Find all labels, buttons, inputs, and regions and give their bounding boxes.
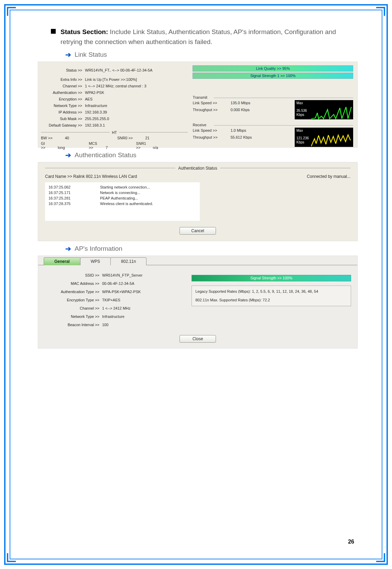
ls-extra-k: Extra Info >> bbox=[41, 77, 82, 83]
log-ts: 16:37:25.171 bbox=[48, 190, 100, 195]
bullet-title: Status Section: bbox=[61, 28, 108, 35]
ls-snr0-v: 21 bbox=[145, 136, 149, 140]
rx-max-label: Max bbox=[296, 129, 351, 133]
auth-card-k: Card Name >> bbox=[45, 174, 72, 179]
ap-ssid-v: WR514VN_FTP_Server bbox=[102, 272, 142, 278]
log-msg: Wireless client is authenticated. bbox=[100, 201, 153, 206]
page-number: 26 bbox=[348, 539, 354, 545]
tx-max-label: Max bbox=[296, 101, 351, 105]
sub-ap-label: AP's Information bbox=[75, 245, 122, 253]
sub-link-status-label: Link Status bbox=[75, 51, 107, 58]
ap-rates-box: Legacy Supported Rates (Mbps): 1, 2, 5.5… bbox=[192, 286, 351, 306]
status-section-bullet: Status Section: Include Link Status, Aut… bbox=[51, 27, 358, 47]
auth-conn: Connected by manual... bbox=[307, 174, 350, 179]
ls-snr1-v: n/a bbox=[153, 146, 158, 150]
log-ts: 16:37:25.281 bbox=[48, 195, 100, 201]
link-quality-bar: Link Quality >> 95% bbox=[193, 65, 353, 72]
ls-channel-v: 1 <--> 2412 MHz; central channel : 3 bbox=[85, 83, 146, 89]
ls-ntype-k: Network Type >> bbox=[41, 103, 82, 109]
ls-enc-k: Encryption >> bbox=[41, 96, 82, 102]
ls-channel-k: Channel >> bbox=[41, 83, 82, 89]
ap-nt-v: Infrastructure bbox=[102, 314, 124, 320]
ap-ssid-k: SSID >> bbox=[44, 272, 99, 278]
ap-ch-k: Channel >> bbox=[44, 305, 99, 311]
arrow-icon: ➔ bbox=[65, 51, 71, 59]
sub-auth-status: ➔ Authentication Status bbox=[65, 151, 358, 159]
tx-ls-k: Link Speed >> bbox=[193, 101, 230, 105]
tab-80211n[interactable]: 802.11n bbox=[110, 257, 146, 265]
corner-tl bbox=[7, 7, 16, 16]
ap-mac-v: 00-06-4F-12-34-5A bbox=[102, 281, 134, 287]
close-button[interactable]: Close bbox=[179, 335, 216, 343]
ap-info-panel: General WPS 802.11n SSID >>WR514VN_FTP_S… bbox=[38, 256, 358, 348]
ap-bi-k: Beacon Interval >> bbox=[44, 322, 99, 328]
tx-tp-v: 0.000 Kbps bbox=[230, 108, 258, 112]
ls-gw-v: 192.168.3.1 bbox=[85, 122, 105, 128]
ls-snr0-k: SNR0 >> bbox=[117, 136, 133, 140]
ls-extra-v: Link is Up [Tx Power >>:100%] bbox=[85, 77, 137, 83]
ap-ch-v: 1 <--> 2412 MHz bbox=[102, 305, 131, 311]
sub-auth-label: Authentication Status bbox=[75, 151, 137, 159]
ls-gi-k: GI >> bbox=[41, 141, 45, 150]
log-msg: Network is connecting... bbox=[100, 190, 140, 195]
ls-enc-v: AES bbox=[85, 96, 92, 102]
rx-tp-v: 55.612 Kbps bbox=[230, 135, 258, 139]
tx-tp-k: Throughput >> bbox=[193, 108, 230, 112]
ap-tabs: General WPS 802.11n bbox=[38, 256, 357, 265]
arrow-icon: ➔ bbox=[65, 245, 71, 253]
ls-bw-k: BW >> bbox=[41, 136, 53, 140]
ls-status-v: WR514VN_FT.. <--> 00-06-4F-12-34-5A bbox=[85, 67, 152, 73]
log-ts: 16:37:28.375 bbox=[48, 201, 100, 206]
rx-ls-k: Link Speed >> bbox=[193, 128, 230, 132]
log-ts: 16:37:25.062 bbox=[48, 184, 100, 190]
ls-bw-v: 40 bbox=[65, 136, 69, 140]
rx-ls-v: 1.0 Mbps bbox=[230, 128, 258, 132]
auth-log: 16:37:25.062Starting network connection.… bbox=[45, 182, 200, 221]
rx-section-label: Receive bbox=[193, 123, 353, 127]
ls-ht-label: HT bbox=[110, 130, 119, 135]
auth-title: Authentication Status bbox=[175, 166, 220, 171]
signal-strength-bar: Signal Strength 1 >> 100% bbox=[193, 73, 353, 79]
log-msg: PEAP Authenticating... bbox=[100, 195, 138, 201]
ap-nt-k: Network Type >> bbox=[44, 314, 99, 320]
tx-section-label: Transmit bbox=[193, 95, 353, 99]
ls-auth-v: WPA2-PSK bbox=[85, 90, 104, 96]
corner-br bbox=[376, 553, 385, 562]
corner-tr bbox=[376, 7, 385, 16]
ls-mcs-k: MCS >> bbox=[89, 141, 97, 150]
ls-snr1-k: SNR1 >> bbox=[136, 141, 146, 150]
ap-signal-bar: Signal Strength >> 100% bbox=[192, 275, 351, 281]
tx-meter: Max 35.536 Kbps bbox=[295, 100, 353, 119]
corner-bl bbox=[7, 553, 16, 562]
tab-general[interactable]: General bbox=[44, 257, 80, 265]
square-bullet-icon bbox=[51, 29, 56, 34]
ap-etype-v: TKIP+AES bbox=[102, 297, 120, 303]
ap-mac-k: MAC Address >> bbox=[44, 281, 99, 287]
ap-atype-v: WPA-PSK+WPA2-PSK bbox=[102, 289, 141, 295]
ls-auth-k: Authentication >> bbox=[41, 90, 82, 96]
ls-gi-v: long bbox=[58, 146, 65, 150]
ls-mcs-v: 7 bbox=[106, 146, 108, 150]
ap-rates-legacy: Legacy Supported Rates (Mbps): 1, 2, 5.5… bbox=[195, 289, 347, 294]
sub-link-status: ➔ Link Status bbox=[65, 51, 358, 59]
ls-ip-k: IP Address >> bbox=[41, 109, 82, 115]
ls-mask-k: Sub Mask >> bbox=[41, 116, 82, 122]
auth-card-v: Ralink 802.11n Wireless LAN Card bbox=[73, 174, 137, 179]
auth-status-panel: Authentication Status Card Name >> Ralin… bbox=[38, 162, 358, 241]
ap-bi-v: 100 bbox=[102, 322, 108, 328]
arrow-icon: ➔ bbox=[65, 151, 71, 159]
cancel-button[interactable]: Cancel bbox=[179, 227, 216, 235]
log-msg: Starting network connection... bbox=[100, 184, 150, 190]
sub-ap-info: ➔ AP's Information bbox=[65, 245, 358, 253]
ap-rates-11n: 802.11n Max. Supported Rates (Mbps): 72.… bbox=[195, 297, 347, 303]
tab-wps[interactable]: WPS bbox=[80, 257, 111, 265]
rx-meter: Max 121.236 Kbps bbox=[295, 128, 353, 147]
ls-ip-v: 192.168.3.39 bbox=[85, 109, 107, 115]
ls-gw-k: Default Gateway >> bbox=[41, 122, 82, 128]
ap-atype-k: Authentication Type >> bbox=[44, 289, 99, 295]
ls-ntype-v: Infrastructure bbox=[85, 103, 107, 109]
tx-ls-v: 135.0 Mbps bbox=[230, 101, 258, 105]
link-status-panel: Status >>WR514VN_FT.. <--> 00-06-4F-12-3… bbox=[38, 62, 358, 148]
ls-status-k: Status >> bbox=[41, 67, 82, 73]
ls-mask-v: 255.255.255.0 bbox=[85, 116, 109, 122]
